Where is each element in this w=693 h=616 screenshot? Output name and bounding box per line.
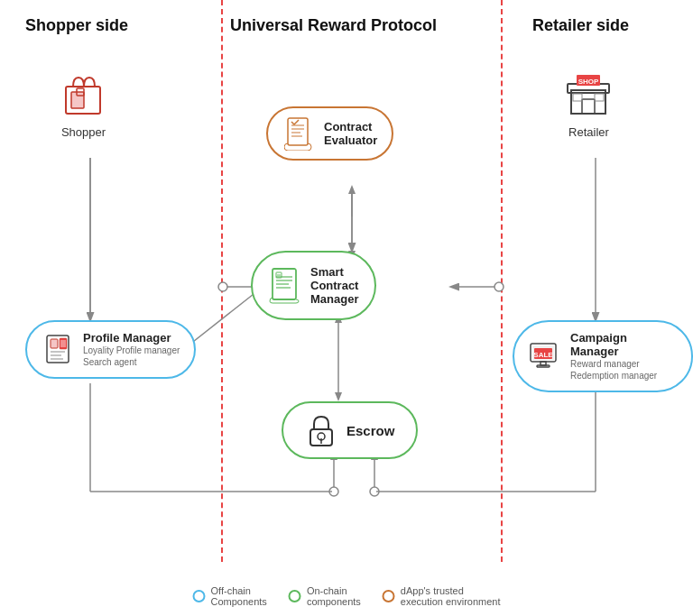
profile-manager-pill: Profile Manager Loyality Profile manager… [25,320,196,379]
svg-rect-48 [537,365,550,367]
svg-text:SHOP: SHOP [578,78,599,86]
smart-contract-manager-node: Smart Contract Manager [251,251,376,320]
svg-rect-39 [51,339,58,348]
escrow-node: Escrow [282,401,418,459]
svg-rect-35 [582,99,595,114]
escrow-pill: Escrow [282,401,418,459]
retailer-label: Retailer [568,125,609,139]
svg-rect-29 [71,92,84,108]
legend-offchain-label: Off-chainComponents [211,585,267,607]
retailer-side-header: Retailer side [532,16,629,35]
svg-rect-36 [573,94,582,101]
profile-manager-icon [42,334,74,366]
legend-circle-redbrown [383,590,395,602]
shopper-side-header: Shopper side [25,16,128,35]
campaign-manager-node: SALE Campaign Manager Reward manager Red… [513,320,693,392]
dashed-line-right [501,0,503,562]
retailer-icon: SHOP [564,70,614,120]
profile-manager-label: Profile Manager Loyality Profile manager… [83,331,180,368]
campaign-manager-icon: SALE [529,340,561,372]
legend-circle-blue [193,590,206,602]
dashed-line-left [221,0,223,562]
svg-text:SALE: SALE [533,351,553,359]
legend-dapp-label: dApp's trustedexecution environment [401,585,501,607]
svg-rect-44 [60,340,66,347]
contract-evaluator-node: Contract Evaluator [266,106,393,161]
profile-manager-node: Profile Manager Loyality Profile manager… [25,320,196,379]
svg-rect-37 [595,94,604,101]
contract-evaluator-icon [282,117,315,150]
svg-rect-51 [288,118,308,145]
campaign-manager-label: Campaign Manager Reward manager Redempti… [570,331,677,382]
urp-header: Universal Reward Protocol [230,16,437,35]
shopper-node: Shopper [59,70,108,139]
legend: Off-chainComponents On-chaincomponents d… [193,585,501,607]
smart-contract-manager-pill: Smart Contract Manager [251,251,376,320]
legend-offchain: Off-chainComponents [193,585,267,607]
smart-contract-manager-icon [269,270,301,302]
retailer-node: SHOP Retailer [564,70,614,139]
svg-marker-12 [348,185,356,194]
legend-circle-green [289,590,301,602]
campaign-manager-pill: SALE Campaign Manager Reward manager Red… [513,320,693,392]
contract-evaluator-pill: Contract Evaluator [266,106,393,161]
legend-onchain-label: On-chaincomponents [307,585,361,607]
shopper-label: Shopper [61,125,106,139]
escrow-label: Escrow [346,423,394,438]
contract-evaluator-label: Contract Evaluator [324,120,377,147]
smart-contract-manager-label: Smart Contract Manager [310,265,358,306]
legend-onchain: On-chaincomponents [289,585,361,607]
escrow-icon [305,414,337,446]
svg-marker-16 [335,392,342,401]
diagram-container: Shopper side Universal Reward Protocol R… [0,0,693,616]
shopper-icon [59,70,108,120]
svg-point-21 [370,487,379,496]
svg-point-6 [218,282,227,291]
svg-point-18 [329,487,338,496]
legend-dapp: dApp's trustedexecution environment [383,585,501,607]
